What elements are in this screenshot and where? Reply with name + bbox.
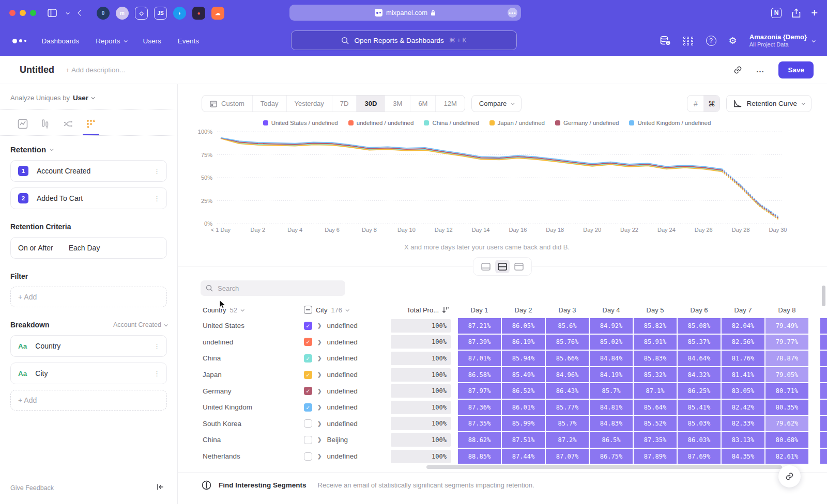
day-column-header[interactable]: Day 8	[765, 306, 809, 314]
day-column-header[interactable]: Day 7	[721, 306, 765, 314]
minimize-window-button[interactable]	[20, 10, 26, 16]
retention-value-cell[interactable]: 85.94%	[502, 351, 545, 366]
extensions-badge[interactable]: •••	[508, 8, 517, 18]
breakdown-add-button[interactable]: + Add	[10, 390, 167, 411]
retention-value-cell[interactable]: 86.25%	[678, 383, 721, 399]
nav-item-reports[interactable]: Reports	[96, 37, 126, 45]
mixpanel-logo[interactable]	[12, 39, 26, 43]
legend-item[interactable]: United Kingdom / undefined	[629, 120, 711, 126]
absolute-mode-button[interactable]: #	[687, 96, 703, 112]
zoom-window-button[interactable]	[30, 10, 36, 16]
expand-row-icon[interactable]: ❯	[317, 339, 321, 345]
range-today[interactable]: Today	[253, 96, 287, 112]
split-view-button[interactable]	[495, 260, 510, 273]
retention-value-cell[interactable]: 80.71%	[765, 383, 808, 399]
breakdown-scope-dropdown[interactable]: Account Created	[113, 321, 167, 328]
project-switcher[interactable]: Amazonia {Demo} All Project Data	[749, 33, 815, 49]
breakdown-options-icon[interactable]: ⋮	[154, 342, 160, 350]
expand-row-icon[interactable]: ❯	[317, 323, 321, 328]
expand-row-icon[interactable]: ❯	[317, 453, 321, 459]
report-title[interactable]: Untitled	[20, 65, 54, 75]
retention-chart[interactable]: 0%25%50%75%100% < 1 DayDay 2Day 4Day 6Da…	[197, 131, 827, 236]
clipped-day-cell[interactable]	[820, 367, 827, 383]
total-column-header[interactable]: Total Pro...	[391, 306, 451, 314]
nav-item-dashboards[interactable]: Dashboards	[42, 37, 80, 45]
day-column-header[interactable]: Day 1	[457, 306, 501, 314]
retention-value-cell[interactable]: 85.77%	[546, 400, 589, 415]
segments-title[interactable]: Find Interesting Segments	[219, 481, 307, 489]
legend-item[interactable]: undefined / undefined	[348, 120, 414, 126]
retention-value-cell[interactable]: 78.87%	[765, 351, 808, 366]
retention-section-title[interactable]: Retention	[10, 145, 46, 154]
retention-value-cell[interactable]: 85.41%	[678, 400, 721, 415]
back-icon[interactable]	[79, 11, 83, 15]
clipped-day-cell[interactable]	[820, 416, 827, 432]
tab-flows[interactable]	[63, 119, 73, 129]
retention-value-cell[interactable]: 85.82%	[634, 318, 677, 334]
tab-retention[interactable]	[86, 119, 96, 129]
legend-item[interactable]: China / undefined	[424, 120, 479, 126]
range-6m[interactable]: 6M	[410, 96, 436, 112]
clipped-day-cell[interactable]	[820, 432, 827, 448]
more-options-icon[interactable]: …	[756, 65, 765, 74]
retention-value-cell[interactable]: 84.96%	[546, 367, 589, 383]
criteria-on-or-after[interactable]: On or After	[18, 244, 53, 252]
filter-add-button[interactable]: + Add	[10, 287, 167, 307]
retention-value-cell[interactable]: 88.85%	[458, 449, 501, 464]
retention-value-cell[interactable]: 81.76%	[722, 351, 764, 366]
retention-value-cell[interactable]: 85.7%	[546, 416, 589, 432]
row-checkbox[interactable]: ✓	[304, 322, 312, 330]
retention-value-cell[interactable]: 86.58%	[458, 367, 501, 383]
js-extension-icon[interactable]: JS	[154, 7, 167, 20]
collapse-sidebar-icon[interactable]	[157, 483, 164, 493]
table-only-view-button[interactable]	[512, 260, 526, 273]
range-12m[interactable]: 12M	[436, 96, 464, 112]
retention-value-cell[interactable]: 85.91%	[634, 335, 677, 350]
retention-value-cell[interactable]: 87.21%	[458, 318, 501, 334]
retention-value-cell[interactable]: 85.99%	[502, 416, 545, 432]
vertical-scrollbar[interactable]	[822, 286, 825, 306]
cube-extension-icon[interactable]: ◇	[135, 7, 148, 20]
retention-value-cell[interactable]: 86.75%	[590, 449, 633, 464]
retention-value-cell[interactable]: 79.49%	[765, 318, 808, 334]
analyze-entity-dropdown[interactable]: User	[73, 94, 88, 102]
retention-value-cell[interactable]: 85.37%	[678, 335, 721, 350]
retention-value-cell[interactable]: 88.62%	[458, 432, 501, 448]
retention-value-cell[interactable]: 85.08%	[678, 318, 721, 334]
retention-value-cell[interactable]: 85.64%	[634, 400, 677, 415]
settings-gear-icon[interactable]: ⚙	[729, 35, 737, 46]
retention-value-cell[interactable]: 87.39%	[458, 335, 501, 350]
retention-value-cell[interactable]: 80.68%	[765, 432, 808, 448]
retention-value-cell[interactable]: 87.35%	[458, 416, 501, 432]
retention-value-cell[interactable]: 85.52%	[634, 416, 677, 432]
record-extension-icon[interactable]: ●	[192, 7, 205, 20]
row-checkbox[interactable]: ✓	[304, 403, 312, 412]
retention-value-cell[interactable]: 85.7%	[590, 383, 633, 399]
retention-value-cell[interactable]: 85.66%	[546, 351, 589, 366]
retention-value-cell[interactable]: 80.35%	[765, 400, 808, 415]
global-search[interactable]: Open Reports & Dashboards ⌘ + K	[291, 30, 517, 50]
retention-value-cell[interactable]: 84.81%	[590, 400, 633, 415]
retention-value-cell[interactable]: 87.97%	[458, 383, 501, 399]
retention-value-cell[interactable]: 82.61%	[765, 449, 808, 464]
notion-extension-icon[interactable]: N	[771, 8, 782, 18]
row-checkbox[interactable]	[304, 436, 312, 444]
copy-link-icon[interactable]	[733, 66, 742, 74]
bird-extension-icon[interactable]: ◗	[173, 7, 186, 20]
retention-value-cell[interactable]: 85.03%	[678, 416, 721, 432]
clipped-day-cell[interactable]	[820, 351, 827, 366]
expand-row-icon[interactable]: ❯	[317, 388, 321, 394]
cloud-extension-icon[interactable]: ☁	[211, 7, 224, 20]
row-checkbox[interactable]	[304, 452, 312, 461]
range-30d[interactable]: 30D	[357, 96, 385, 112]
save-button[interactable]: Save	[778, 61, 814, 78]
retention-value-cell[interactable]: 81.41%	[722, 367, 764, 383]
legend-item[interactable]: Germany / undefined	[555, 120, 619, 126]
retention-value-cell[interactable]: 82.56%	[722, 335, 764, 350]
retention-value-cell[interactable]: 86.03%	[678, 432, 721, 448]
tab-insights[interactable]	[18, 119, 28, 129]
range-custom[interactable]: Custom	[202, 96, 253, 112]
retention-value-cell[interactable]: 82.33%	[722, 416, 764, 432]
nav-item-users[interactable]: Users	[143, 37, 161, 45]
range-yesterday[interactable]: Yesterday	[287, 96, 332, 112]
